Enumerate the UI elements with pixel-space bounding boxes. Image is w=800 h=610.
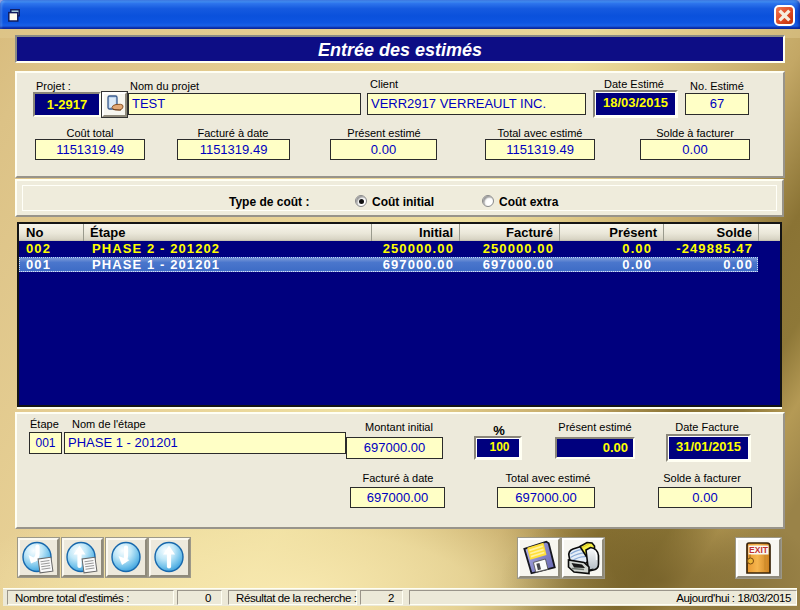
svg-text:EXIT: EXIT — [749, 545, 769, 555]
